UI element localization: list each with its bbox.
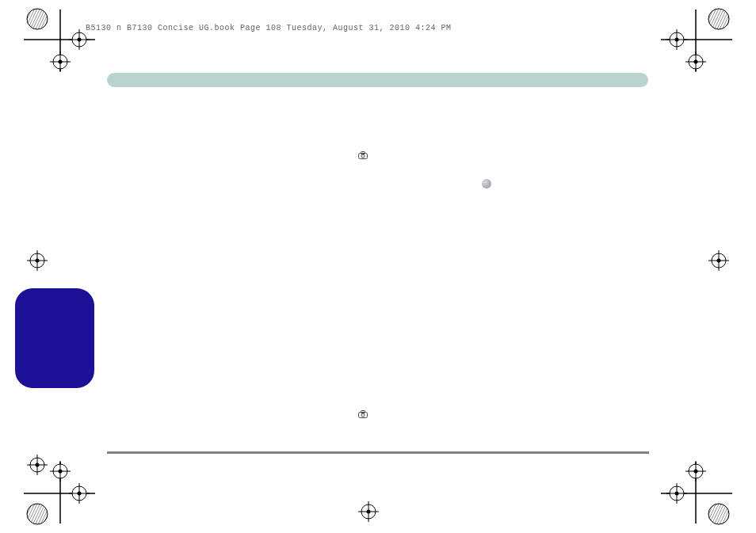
camera-icon [358,151,368,159]
crop-mark-top-right [661,0,756,79]
crop-mark-bottom-center [358,501,379,522]
camera-icon [358,410,368,418]
footer-rule [107,451,649,454]
crop-mark-top-left [0,0,95,79]
crop-mark-left-lower [27,455,48,475]
svg-point-5 [361,413,365,417]
page-header-text: B5130 n B7130 Concise UG.book Page 108 T… [86,24,452,32]
side-tab [15,288,94,388]
crop-mark-right [708,250,729,271]
crop-mark-bottom-left [0,454,95,533]
crop-mark-left [27,250,48,271]
section-heading-bar [107,73,648,87]
crop-mark-bottom-right [661,454,756,533]
svg-point-2 [361,154,365,158]
sphere-icon [482,179,491,188]
